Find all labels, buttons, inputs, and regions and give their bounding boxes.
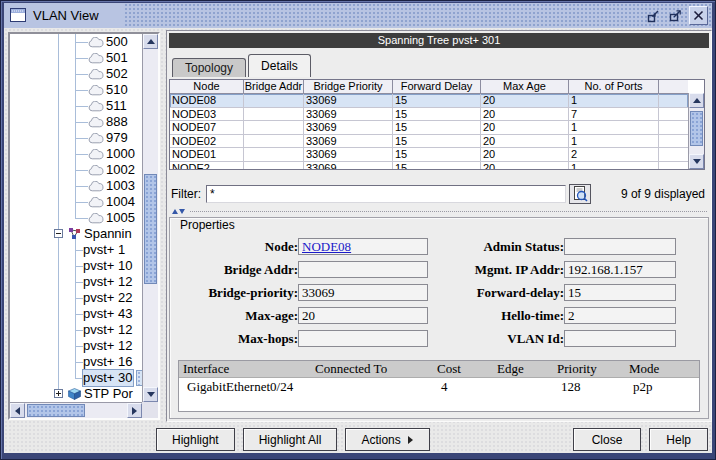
- cell-node: NODE01: [170, 148, 244, 162]
- cell-filler: [659, 108, 688, 122]
- tree-item-pvst+-22[interactable]: pvst+ 22: [10, 290, 142, 306]
- cell-node: NODE2: [170, 162, 244, 170]
- tree-item-vlan-1002[interactable]: 1002: [10, 162, 142, 178]
- pvst-label: pvst+ 16: [83, 354, 133, 370]
- property-value-field[interactable]: 33069: [298, 284, 428, 301]
- vlan-cloud-icon: [88, 149, 104, 160]
- tree-item-pvst+-30[interactable]: pvst+ 30: [10, 370, 142, 386]
- cell-bridge_priority: 33069: [304, 148, 393, 162]
- property-field-right: Mgmt. IP Addr:192.168.1.157: [442, 261, 706, 278]
- splitter-collapse-down-icon[interactable]: [179, 209, 185, 217]
- tree-item-pvst+-12[interactable]: pvst+ 12: [10, 338, 142, 354]
- tree-item-vlan-510[interactable]: 510: [10, 82, 142, 98]
- scroll-up-icon[interactable]: [143, 34, 158, 49]
- highlight-button[interactable]: Highlight: [156, 428, 235, 451]
- scroll-down-icon[interactable]: [689, 154, 704, 169]
- tree-item-vlan-502[interactable]: 502: [10, 66, 142, 82]
- property-field-right: VLAN Id:: [442, 330, 706, 347]
- scroll-left-icon[interactable]: [10, 403, 25, 418]
- tree-vertical-scrollbar[interactable]: [142, 34, 158, 402]
- tree-item-vlan-1004[interactable]: 1004: [10, 194, 142, 210]
- property-value-field[interactable]: [298, 330, 428, 347]
- splitter-collapse-up-icon[interactable]: [172, 206, 178, 214]
- minimize-icon[interactable]: [645, 7, 662, 24]
- tree-item-stp-port[interactable]: STP Por: [10, 386, 142, 402]
- property-value-field[interactable]: [298, 261, 428, 278]
- actions-button[interactable]: Actions: [345, 428, 429, 451]
- column-header-bridge-priority[interactable]: Bridge Priority: [304, 80, 393, 94]
- properties-header: Properties: [170, 218, 708, 233]
- window-titlebar[interactable]: VLAN View: [4, 3, 712, 29]
- tab-details[interactable]: Details: [248, 54, 311, 77]
- tree-vscroll-thumb[interactable]: [144, 174, 157, 284]
- tree-item-vlan-501[interactable]: 501: [10, 50, 142, 66]
- tree-item-vlan-1003[interactable]: 1003: [10, 178, 142, 194]
- filter-row: Filter: * 9 of 9 displayed: [171, 184, 707, 204]
- tab-topology[interactable]: Topology: [172, 58, 246, 77]
- highlight-all-button[interactable]: Highlight All: [243, 428, 338, 451]
- actions-arrow-icon: [408, 436, 417, 444]
- close-button[interactable]: Close: [573, 428, 642, 451]
- property-value-field[interactable]: 192.168.1.157: [564, 261, 676, 278]
- column-header-bridge-addr[interactable]: Bridge Addr: [244, 80, 304, 94]
- tree-item-pvst+-10[interactable]: pvst+ 10: [10, 258, 142, 274]
- cell-forward_delay: 15: [393, 94, 481, 108]
- collapse-icon[interactable]: [54, 229, 63, 238]
- filter-input[interactable]: *: [206, 185, 566, 203]
- property-value-field[interactable]: NODE08: [298, 238, 428, 255]
- tree-item-pvst+-12[interactable]: pvst+ 12: [10, 274, 142, 290]
- scroll-up-icon[interactable]: [689, 93, 704, 108]
- column-header-max-age[interactable]: Max Age: [481, 80, 569, 94]
- column-header-node[interactable]: Node: [170, 80, 244, 94]
- interface-table-row[interactable]: GigabitEthernet0/244128p2p: [179, 378, 699, 395]
- tree-item-spanning-tree[interactable]: Spannin: [10, 226, 142, 242]
- scroll-right-icon[interactable]: [127, 403, 142, 418]
- tree-connector-line: [58, 290, 59, 306]
- tree-item-pvst+-12[interactable]: pvst+ 12: [10, 322, 142, 338]
- tree-hscroll-thumb[interactable]: [27, 404, 85, 417]
- cell-bridge_addr: [244, 121, 304, 135]
- table-vertical-scrollbar[interactable]: [688, 93, 704, 169]
- tree-item-vlan-500[interactable]: 500: [10, 34, 142, 50]
- maximize-icon[interactable]: [667, 7, 684, 24]
- node-link[interactable]: NODE08: [302, 239, 351, 254]
- tree-item-pvst+-16[interactable]: pvst+ 16: [10, 354, 142, 370]
- table-row-NODE02[interactable]: NODE023306915201: [170, 135, 688, 149]
- tree-item-vlan-1005[interactable]: 1005: [10, 210, 142, 226]
- close-icon[interactable]: [689, 6, 708, 25]
- help-button[interactable]: Help: [649, 428, 708, 451]
- tree-item-vlan-1000[interactable]: 1000: [10, 146, 142, 162]
- filter-search-button[interactable]: [569, 184, 591, 204]
- tree-item-vlan-888[interactable]: 888: [10, 114, 142, 130]
- cell-forward_delay: 15: [393, 135, 481, 149]
- tree-item-pvst+-1[interactable]: pvst+ 1: [10, 242, 142, 258]
- table-row-NODE03[interactable]: NODE033306915207: [170, 108, 688, 122]
- properties-left-column: Node:NODE08Bridge Addr:Bridge-priority:3…: [176, 238, 436, 353]
- property-value-field[interactable]: 15: [564, 284, 676, 301]
- property-value-field[interactable]: [564, 238, 676, 255]
- column-header-no-of-ports[interactable]: No. of Ports: [569, 80, 659, 94]
- column-header-forward-delay[interactable]: Forward Delay: [393, 80, 481, 94]
- table-row-NODE07[interactable]: NODE073306915201: [170, 121, 688, 135]
- property-value-field[interactable]: 20: [298, 307, 428, 324]
- table-row-NODE2[interactable]: NODE23306915201: [170, 162, 688, 170]
- interface-column-interface: Interface: [179, 361, 311, 377]
- tree-item-vlan-979[interactable]: 979: [10, 130, 142, 146]
- table-vscroll-thumb[interactable]: [690, 111, 703, 146]
- vlan-label: 1003: [106, 178, 135, 194]
- property-value-field[interactable]: [564, 330, 676, 347]
- cell-ports: 7: [569, 108, 659, 122]
- tree-item-pvst+-43[interactable]: pvst+ 43: [10, 306, 142, 322]
- table-row-NODE01[interactable]: NODE013306915202: [170, 148, 688, 162]
- property-value-field[interactable]: 2: [564, 307, 676, 324]
- tree-connector-stub: [75, 170, 88, 171]
- scroll-down-icon[interactable]: [143, 387, 158, 402]
- expand-icon[interactable]: [54, 389, 63, 398]
- splitter[interactable]: [169, 208, 707, 215]
- tree-item-vlan-511[interactable]: 511: [10, 98, 142, 114]
- table-row-NODE08[interactable]: NODE083306915201: [170, 94, 688, 108]
- vlan-label: 501: [106, 50, 128, 66]
- cell-filler: [659, 94, 688, 108]
- cell-bridge_addr: [244, 108, 304, 122]
- tree-horizontal-scrollbar[interactable]: [10, 402, 142, 418]
